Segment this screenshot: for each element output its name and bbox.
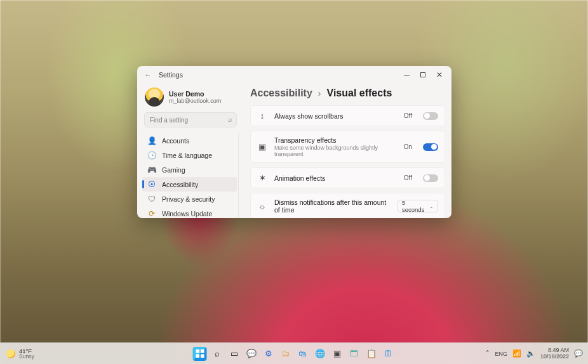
setting-subtitle: Make some window backgrounds slightly tr… (274, 145, 397, 157)
wifi-icon[interactable]: 📶 (512, 349, 521, 358)
taskbar-app-icon[interactable]: 📋 (364, 347, 378, 361)
taskbar-app-edge[interactable]: 🌐 (313, 347, 327, 361)
sidebar-item-label: Privacy & security (162, 195, 215, 203)
sidebar-nav: 👤 Accounts 🕒 Time & language 🎮 Gaming ⦿ … (142, 133, 239, 218)
brightness-icon: ☼ (257, 202, 267, 211)
taskbar-app-terminal[interactable]: ▣ (330, 347, 344, 361)
search-icon: ⌕ (228, 115, 232, 123)
setting-title: Always show scrollbars (274, 112, 397, 120)
sidebar-item-label: Gaming (162, 166, 185, 174)
scrollbar-icon: ↕ (257, 111, 267, 120)
setting-title: Animation effects (274, 174, 397, 182)
sun-icon (6, 349, 15, 358)
user-name: User Demo (169, 90, 221, 98)
sidebar-item-accessibility[interactable]: ⦿ Accessibility (142, 177, 237, 192)
taskbar-app-explorer[interactable]: 🗂 (279, 347, 293, 361)
maximize-button[interactable] (415, 68, 431, 81)
toggle-state-label: On (404, 143, 412, 150)
toggle-state-label: Off (404, 174, 412, 181)
breadcrumb: Accessibility › Visual effects (250, 88, 445, 99)
main-content: Accessibility › Visual effects ↕ Always … (241, 84, 451, 218)
taskbar-clock[interactable]: 8:49 AM 10/19/2022 (540, 348, 569, 360)
setting-dismiss-notifications: ☼ Dismiss notifications after this amoun… (250, 193, 445, 218)
taskbar-weather[interactable]: 41°F Sunny (0, 348, 34, 360)
dismiss-duration-select[interactable]: 5 seconds ⌄ (398, 200, 438, 212)
toggle-state-label: Off (404, 112, 412, 119)
chevron-down-icon: ⌄ (429, 204, 434, 209)
setting-title: Transparency effects (274, 136, 397, 144)
shield-icon: 🛡 (147, 195, 156, 204)
sidebar-item-windows-update[interactable]: ⟳ Windows Update (142, 206, 237, 218)
transparency-toggle[interactable] (423, 143, 438, 151)
setting-scrollbars: ↕ Always show scrollbars Off (250, 105, 445, 126)
taskbar-app-chat[interactable]: 💬 (244, 347, 258, 361)
search-wrap: ⌕ (145, 113, 236, 127)
update-icon: ⟳ (147, 209, 156, 218)
sidebar-item-label: Accessibility (162, 181, 198, 188)
taskbar-app-icon[interactable]: 🗓 (382, 347, 396, 361)
taskbar-search-button[interactable]: ⌕ (210, 347, 224, 361)
animation-toggle[interactable] (423, 174, 438, 182)
user-account-row[interactable]: User Demo m_lab@outlook.com (142, 86, 239, 110)
window-title: Settings (159, 71, 183, 79)
setting-title: Dismiss notifications after this amount … (274, 198, 391, 214)
search-input[interactable] (145, 113, 236, 127)
taskbar-app-icon[interactable]: 🗔 (347, 347, 361, 361)
sidebar-item-label: Accounts (162, 137, 189, 145)
settings-window: ← Settings ✕ User Demo m_lab@outlook.com… (137, 66, 451, 218)
sidebar-item-privacy-security[interactable]: 🛡 Privacy & security (142, 192, 237, 206)
taskbar-app-store[interactable]: 🛍 (296, 347, 310, 361)
system-tray: ˄ ENG 📶 🔈 8:49 AM 10/19/2022 💬 (486, 348, 588, 360)
weather-condition: Sunny (19, 354, 34, 360)
select-value: 5 seconds (402, 199, 429, 213)
avatar (145, 88, 164, 107)
sidebar-item-accounts[interactable]: 👤 Accounts (142, 133, 237, 148)
transparency-icon: ▣ (257, 142, 267, 152)
back-button[interactable]: ← (144, 71, 152, 79)
scrollbars-toggle[interactable] (423, 112, 438, 120)
sidebar-item-label: Time & language (162, 152, 212, 159)
accessibility-icon: ⦿ (147, 180, 156, 189)
sidebar-item-gaming[interactable]: 🎮 Gaming (142, 162, 237, 177)
svg-rect-1 (200, 349, 204, 353)
setting-transparency: ▣ Transparency effects Make some window … (250, 131, 445, 163)
svg-rect-3 (200, 354, 204, 358)
taskbar: 41°F Sunny ⌕ ▭ 💬 ⚙ 🗂 🛍 🌐 ▣ 🗔 📋 🗓 ˄ ENG 📶… (0, 342, 588, 364)
close-button[interactable]: ✕ (431, 68, 448, 81)
sidebar-item-label: Windows Update (162, 210, 212, 218)
svg-rect-0 (196, 349, 199, 353)
page-title: Visual effects (327, 88, 392, 99)
start-button[interactable] (193, 347, 207, 361)
windows-icon (195, 349, 204, 358)
gamepad-icon: 🎮 (147, 166, 156, 174)
taskbar-center: ⌕ ▭ 💬 ⚙ 🗂 🛍 🌐 ▣ 🗔 📋 🗓 (193, 347, 396, 361)
taskbar-app-icon[interactable]: ⚙ (262, 347, 276, 361)
svg-rect-2 (196, 354, 199, 358)
clock-date: 10/19/2022 (540, 354, 569, 360)
clock-globe-icon: 🕒 (147, 151, 156, 160)
volume-icon[interactable]: 🔈 (526, 349, 535, 358)
notifications-icon[interactable]: 💬 (574, 349, 583, 358)
sidebar: User Demo m_lab@outlook.com ⌕ 👤 Accounts… (137, 84, 241, 218)
tray-language[interactable]: ENG (495, 351, 507, 357)
person-icon: 👤 (147, 136, 156, 145)
task-view-button[interactable]: ▭ (227, 347, 241, 361)
minimize-button[interactable] (398, 68, 415, 81)
tray-chevron-up-icon[interactable]: ˄ (486, 349, 490, 358)
user-email: m_lab@outlook.com (169, 98, 221, 104)
chevron-right-icon: › (318, 88, 321, 98)
titlebar: ← Settings ✕ (137, 66, 451, 84)
sidebar-item-time-language[interactable]: 🕒 Time & language (142, 148, 237, 162)
breadcrumb-parent[interactable]: Accessibility (250, 88, 312, 99)
setting-animation: ✶ Animation effects Off (250, 167, 445, 188)
animation-icon: ✶ (257, 173, 267, 183)
